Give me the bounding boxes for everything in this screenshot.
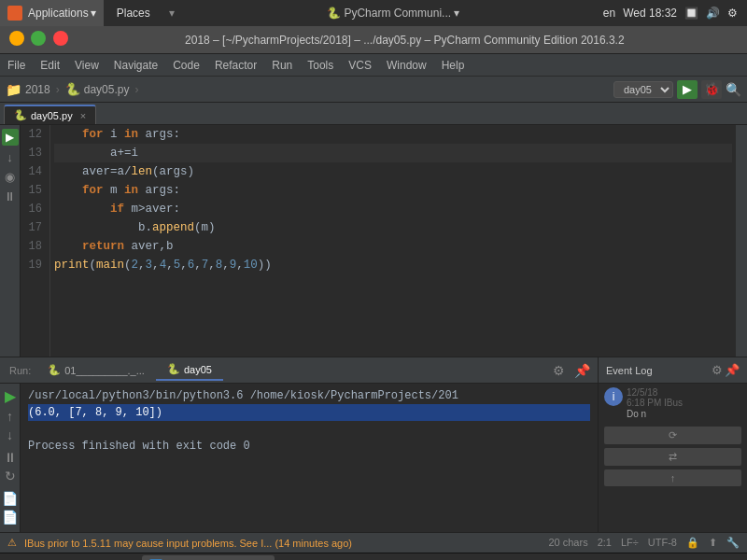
event-log-content: i 12/5/18 6:18 PM IBus Do n ⟳ ⇄ ↑ (599, 384, 747, 532)
menu-vcs[interactable]: VCS (341, 56, 379, 75)
sidebar-icon-1[interactable]: ↓ (2, 148, 19, 165)
num-6: 6 (188, 256, 195, 274)
system-right: en Wed 18:32 🔲 🔊 ⚙ (603, 7, 747, 20)
status-warning-text[interactable]: IBus prior to 1.5.11 may cause input pro… (24, 538, 352, 549)
run-tab-01[interactable]: 🐍 01_________._... (36, 360, 156, 380)
code-line-19[interactable]: print(main(2,3,4,5,6,7,8,9,10)) (54, 256, 732, 274)
close-button[interactable] (53, 31, 68, 46)
run-play-btn[interactable]: ▶ (5, 387, 16, 405)
code-line-14[interactable]: aver=a/len(args) (54, 162, 732, 181)
menu-help[interactable]: Help (434, 56, 472, 75)
line-numbers: 12 13 14 15 16 17 18 19 (21, 125, 50, 357)
code-line-18[interactable]: return aver,b (54, 237, 732, 256)
fn-append: append (152, 218, 194, 237)
num-5: 5 (174, 256, 181, 274)
taskbar-day555[interactable]: day555 (276, 555, 342, 561)
event-date: 12/5/18 (627, 387, 683, 398)
menu-file[interactable]: File (0, 56, 33, 75)
maximize-button[interactable] (31, 31, 46, 46)
menu-edit[interactable]: Edit (33, 56, 67, 75)
menu-code[interactable]: Code (165, 56, 207, 75)
notify-icon[interactable]: 🔲 (684, 7, 698, 20)
file-tab-icon: 🐍 (14, 109, 27, 121)
kw-if: if (110, 200, 124, 218)
menu-refactor[interactable]: Refactor (207, 56, 264, 75)
menu-tools[interactable]: Tools (300, 56, 341, 75)
file-tab-close[interactable]: × (80, 110, 86, 121)
clock: Wed 18:32 (623, 7, 677, 20)
event-icon-buttons: ⟳ ⇄ ↑ (604, 427, 741, 486)
run-tab-01-icon: 🐍 (48, 364, 61, 376)
kw-for2: for (82, 181, 104, 200)
taskbar-pycharm[interactable]: 2018 – [~/PycharmP... (142, 555, 275, 561)
search-button[interactable]: 🔍 (726, 82, 741, 97)
run-pin-icon[interactable]: 📌 (571, 361, 594, 380)
taskbar-terminal[interactable]: kiosk@foundation61:... (4, 555, 140, 561)
minimize-button[interactable] (9, 31, 24, 46)
run-rerun-btn[interactable]: ↻ (5, 469, 16, 483)
run-script2-btn[interactable]: 📄 (2, 510, 18, 525)
file-tab-label: day05.py (31, 110, 73, 121)
branch-selector[interactable]: day05 (613, 81, 673, 98)
event-arrow-btn-1[interactable]: ⟳ (604, 427, 741, 444)
menu-run[interactable]: Run (264, 56, 300, 75)
code-text: , (138, 256, 146, 274)
code-text: m (104, 181, 125, 200)
taskbar: kiosk@foundation61:... 2018 – [~/Pycharm… (0, 553, 747, 560)
status-encoding[interactable]: UTF-8 (648, 537, 677, 549)
run-tab-icons: ⚙ 📌 (549, 361, 598, 380)
nav-file[interactable]: day05.py (84, 83, 130, 96)
num-8: 8 (216, 256, 223, 274)
settings-icon[interactable]: ⚙ (727, 7, 738, 20)
line-num-16: 16 (24, 200, 42, 218)
run-ctrl-panel: ▶ ↑ ↓ ⏸ ↻ 📄 📄 (0, 384, 21, 532)
run-up-btn[interactable]: ↑ (7, 409, 13, 424)
places-menu[interactable]: Places (107, 3, 160, 23)
sidebar-icon-2[interactable]: ◉ (2, 168, 19, 185)
run-down-btn[interactable]: ↓ (7, 427, 13, 442)
code-line-13[interactable]: a+=i (54, 144, 732, 162)
run-tab-day05[interactable]: 🐍 day05 (156, 359, 223, 381)
code-editor[interactable]: for i in args: a+=i aver=a/len(args) for… (50, 125, 736, 357)
run-stop-btn[interactable]: ⏸ (4, 450, 17, 465)
event-arrow-btn-2[interactable]: ⇄ (604, 448, 741, 466)
event-arrow-btn-3[interactable]: ↑ (604, 469, 741, 486)
run-tab-day05-icon: 🐍 (167, 363, 180, 375)
run-settings-icon[interactable]: ⚙ (549, 361, 569, 380)
indent (54, 237, 82, 256)
code-text: aver=a/ (82, 162, 132, 181)
menu-view[interactable]: View (67, 56, 106, 75)
window-title-center: 🐍 PyCharm Communi... ▾ (184, 7, 603, 20)
nav-folder[interactable]: 2018 (25, 83, 50, 96)
menu-window[interactable]: Window (379, 56, 434, 75)
event-log-header: Event Log ⚙ 📌 (599, 357, 747, 384)
status-warning-icon: ⚠ (7, 537, 17, 549)
event-log-settings-icon[interactable]: ⚙ (712, 363, 723, 377)
code-line-15[interactable]: for m in args: (54, 181, 732, 200)
system-menus: Places ▾ (107, 3, 184, 23)
code-line-16[interactable]: if m>aver: (54, 200, 732, 218)
sidebar-run-btn[interactable]: ▶ (2, 129, 19, 146)
menu-bar: File Edit View Navigate Code Refactor Ru… (0, 54, 747, 77)
menu-navigate[interactable]: Navigate (106, 56, 165, 75)
code-line-17[interactable]: b.append(m) (54, 218, 732, 237)
editor-scrollbar[interactable] (736, 125, 747, 357)
num-4: 4 (160, 256, 167, 274)
taskbar-01py[interactable]: 01.py (~Desktop/da... (344, 555, 473, 561)
status-position[interactable]: 2:1 (598, 537, 612, 549)
run-button[interactable]: ▶ (677, 80, 698, 99)
file-tab-day05[interactable]: 🐍 day05.py × (4, 105, 96, 124)
status-line-ending[interactable]: LF÷ (621, 537, 639, 549)
applications-menu[interactable]: Applications ▾ (0, 0, 104, 26)
event-log-pin-icon[interactable]: 📌 (725, 363, 740, 377)
code-line-12[interactable]: for i in args: (54, 125, 732, 144)
sidebar-icon-3[interactable]: ⏸ (2, 188, 19, 204)
run-script1-btn[interactable]: 📄 (2, 491, 18, 506)
system-icon (7, 6, 22, 21)
event-subtext: Do n (627, 408, 683, 421)
event-entry-1: i 12/5/18 6:18 PM IBus Do n (604, 387, 741, 421)
volume-icon[interactable]: 🔊 (706, 7, 720, 20)
code-text: , (166, 256, 174, 274)
debug-button[interactable]: 🐞 (701, 80, 722, 99)
code-text: m>aver: (124, 200, 180, 218)
